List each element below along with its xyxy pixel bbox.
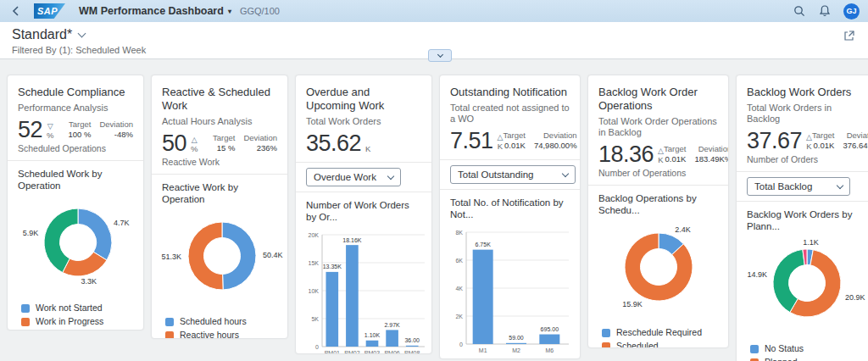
legend-item: Scheduled [602, 341, 728, 348]
bar-chart: 05K10K15K20K13.35KPM0118.16KPM021.10KPM0… [296, 223, 431, 354]
svg-text:PM08: PM08 [404, 350, 420, 354]
deviation-value: 376.64K% [843, 141, 868, 150]
user-avatar[interactable]: GJ [843, 3, 860, 19]
svg-text:18.16K: 18.16K [342, 237, 362, 243]
chart-legend: No StatusPlannedIn PlanningReplanning Re… [737, 339, 868, 361]
deviation-label: Deviation [843, 131, 868, 140]
trend-down-icon: ▽ [47, 122, 53, 131]
dashboard-content: Schedule Compliance Performance Analysis… [0, 59, 868, 361]
card-title: Schedule Compliance [18, 86, 133, 99]
notifications-bell-icon[interactable] [818, 4, 832, 18]
legend-label: Scheduled [616, 341, 659, 348]
card-backlog-work-orders: Backlog Work Orders Total Work Orders in… [736, 75, 868, 361]
search-icon[interactable] [793, 4, 806, 18]
svg-text:6K: 6K [455, 258, 463, 264]
svg-text:2K: 2K [455, 314, 463, 319]
svg-text:4.7K: 4.7K [114, 219, 130, 227]
card-header[interactable]: Backlog Work Order Operations Total Work… [588, 75, 728, 185]
chevron-down-icon [837, 181, 843, 188]
svg-text:50.4K: 50.4K [263, 251, 283, 259]
legend-label: Work Completed [36, 330, 102, 330]
card-overdue-upcoming-work: Overdue and Upcoming Work Total Work Ord… [295, 75, 432, 354]
target-label: Target [664, 144, 686, 153]
legend-label: Planned [765, 357, 798, 361]
deviation-value: 74,980.00% [534, 141, 577, 150]
legend-swatch [750, 358, 759, 361]
chevron-down-icon [387, 172, 394, 179]
variant-selector[interactable]: Standard* [12, 27, 85, 42]
svg-text:695.00: 695.00 [541, 326, 559, 332]
svg-text:59.00: 59.00 [509, 335, 524, 341]
legend-item: Planned [750, 357, 868, 361]
back-button[interactable] [8, 3, 24, 19]
kpi-value: 52 [18, 118, 42, 142]
card-title: Reactive & Scheduled Work [162, 86, 277, 113]
chart-section-title: Scheduled Work by Operation [8, 161, 143, 192]
card-title: Outstanding Notification [450, 86, 570, 99]
card-header[interactable]: Overdue and Upcoming Work Total Work Ord… [296, 75, 431, 162]
legend-swatch [21, 304, 30, 313]
target-label: Target [68, 119, 91, 129]
card-subtitle: Total created not assigned to a WO [450, 103, 570, 125]
kpi-value: 18.36 [598, 142, 654, 166]
target-value: 0.01K [503, 141, 525, 150]
chart-legend: Scheduled hoursReactive hours [152, 312, 287, 339]
app-title-menu[interactable]: WM Performance Dashboard ▾ [79, 5, 231, 17]
kpi-value: 7.51 [450, 129, 493, 153]
kpi-unit: % [47, 131, 53, 140]
card-title: Backlog Work Orders [747, 86, 865, 99]
svg-text:4K: 4K [455, 286, 463, 292]
legend-item: Work in Progress [21, 316, 143, 327]
legend-label: No Status [765, 343, 804, 354]
legend-swatch [165, 331, 174, 340]
deviation-label: Deviation [99, 119, 133, 129]
card-subtitle: Total Work Orders [306, 116, 421, 127]
svg-text:2.97K: 2.97K [384, 322, 400, 328]
svg-text:10K: 10K [309, 288, 320, 294]
card-schedule-compliance: Schedule Compliance Performance Analysis… [7, 75, 144, 330]
target-value: 0.01K [812, 141, 834, 150]
legend-item: Reschedule Required [602, 327, 728, 338]
donut-chart: 2.4K15.9K [588, 216, 728, 323]
sap-logo: SAP [34, 3, 65, 19]
deviation-value: 183.49K% [694, 154, 729, 164]
variant-title: Standard* [12, 27, 72, 42]
notification-filter-dropdown[interactable]: Total Outstanding [450, 165, 576, 184]
svg-text:PM01: PM01 [325, 350, 340, 354]
card-header[interactable]: Outstanding Notification Total created n… [440, 75, 580, 159]
backlog-filter-dropdown[interactable]: Total Backlog [747, 177, 850, 196]
card-header[interactable]: Reactive & Scheduled Work Actual Hours A… [152, 75, 287, 174]
svg-text:2.4K: 2.4K [675, 225, 691, 234]
system-id: GGQ/100 [240, 6, 280, 16]
svg-text:15K: 15K [309, 260, 320, 266]
kpi-label: Number of Orders [747, 154, 865, 164]
kpi-label: Number of Operations [598, 168, 718, 178]
card-reactive-scheduled-work: Reactive & Scheduled Work Actual Hours A… [151, 75, 288, 339]
card-header[interactable]: Backlog Work Orders Total Work Orders in… [737, 75, 868, 171]
legend-swatch [165, 318, 174, 326]
donut-chart: 1.1K20.9K14.9K [737, 232, 868, 339]
target-value: 0.01K [664, 154, 686, 164]
chart-legend: Work not StartedWork in ProgressWork Com… [8, 298, 143, 330]
svg-text:PM06: PM06 [384, 350, 399, 354]
svg-text:8K: 8K [455, 230, 463, 236]
legend-item: Scheduled hours [165, 316, 287, 327]
svg-text:36.00: 36.00 [404, 337, 420, 343]
kpi-value: 37.67 [747, 129, 802, 153]
work-type-dropdown[interactable]: Overdue Work [306, 168, 401, 186]
svg-text:0: 0 [459, 342, 463, 347]
trend-up-icon: △ [806, 133, 812, 142]
donut-chart: 50.4K51.3K [152, 205, 287, 312]
bar-chart: 02K4K6K8K6.75KM159.00M2695.00M6 [440, 220, 580, 359]
svg-text:6.75K: 6.75K [476, 242, 492, 247]
legend-item: Work not Started [21, 303, 143, 314]
share-icon[interactable] [843, 29, 856, 42]
card-header[interactable]: Schedule Compliance Performance Analysis… [8, 75, 143, 160]
kpi-unit: K [498, 142, 503, 151]
expand-header-button[interactable] [428, 49, 452, 62]
deviation-label: Deviation [694, 144, 729, 153]
svg-text:15.9K: 15.9K [622, 300, 643, 308]
legend-label: Scheduled hours [180, 316, 247, 327]
target-label: Target [812, 131, 834, 140]
deviation-label: Deviation [243, 133, 277, 142]
